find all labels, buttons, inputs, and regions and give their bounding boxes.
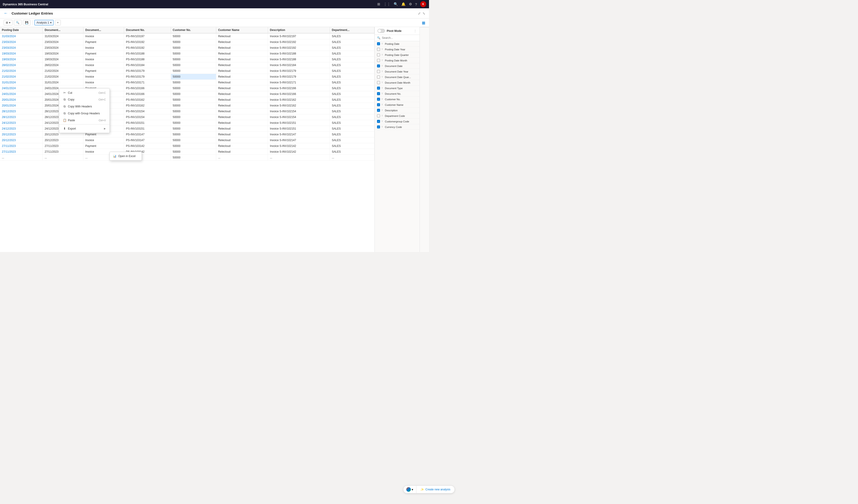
table-cell[interactable]: Relecloud	[216, 33, 268, 39]
date-link[interactable]: 23/03/2024	[2, 46, 16, 49]
table-cell[interactable]: 28/12/2023	[0, 114, 43, 120]
table-cell[interactable]: PS-INV103154	[124, 114, 171, 120]
table-cell[interactable]: Relecloud	[216, 143, 268, 149]
column-checkbox[interactable]: ✓	[377, 98, 380, 101]
col-department[interactable]: Department...	[330, 27, 375, 33]
date-link[interactable]: 20/12/2023	[2, 139, 16, 142]
apps-icon[interactable]: ⋮⋮	[383, 2, 391, 6]
vstrip-columns[interactable]: Columns	[424, 27, 429, 252]
date-link[interactable]: 24/01/2024	[2, 92, 16, 96]
table-cell[interactable]: Relecloud	[216, 120, 268, 126]
expand-icon[interactable]: ⤢	[418, 12, 421, 15]
table-cell[interactable]: Invoice	[83, 80, 124, 85]
table-cell[interactable]: SALES	[330, 33, 375, 39]
table-cell[interactable]: PS-INV103154	[124, 109, 171, 114]
table-cell[interactable]: SALES	[330, 56, 375, 62]
ctx-copy-group-headers[interactable]: ⧉ Copy with Group Headers	[59, 110, 110, 117]
table-cell[interactable]: PS-INV103184	[124, 62, 171, 68]
analysis-tab-button[interactable]: Analysis 1 ▾	[34, 20, 53, 26]
ctx-copy-headers[interactable]: ⧉ Copy With Headers	[59, 103, 110, 110]
date-link[interactable]: 19/03/2024	[2, 58, 16, 61]
table-cell[interactable]: 50000	[171, 62, 216, 68]
table-cell[interactable]: 28/02/2024	[0, 62, 43, 68]
table-cell[interactable]: 20/12/2023	[0, 132, 43, 137]
column-item[interactable]: ⠿Posting Date Month	[375, 58, 419, 63]
table-row[interactable]: 21/02/202421/02/2024InvoicePS-INV1031795…	[0, 74, 375, 80]
table-cell[interactable]: Payment	[83, 39, 124, 45]
table-cell[interactable]: Invoice S-INV102151	[268, 126, 330, 132]
column-checkbox[interactable]: ✓	[377, 92, 380, 95]
table-cell[interactable]: ...	[268, 155, 330, 161]
table-cell[interactable]: 21/02/2024	[43, 74, 83, 80]
table-cell[interactable]: SALES	[330, 91, 375, 97]
table-cell[interactable]: Invoice S-INV102192	[268, 39, 330, 45]
table-cell[interactable]: 50000	[171, 97, 216, 103]
column-checkbox[interactable]	[377, 76, 380, 79]
table-cell[interactable]: 50000	[171, 56, 216, 62]
save-button[interactable]: 💾	[23, 20, 31, 26]
table-cell[interactable]: 50000	[171, 39, 216, 45]
table-cell[interactable]: 23/03/2024	[43, 39, 83, 45]
column-checkbox[interactable]: ✓	[377, 120, 380, 123]
table-area[interactable]: Posting Date Document... Document... Doc…	[0, 27, 375, 252]
date-link[interactable]: 24/12/2023	[2, 127, 16, 130]
table-cell[interactable]: 50000	[171, 149, 216, 155]
table-cell[interactable]: PS-INV103147	[124, 137, 171, 143]
table-cell[interactable]: PS-INV103142	[124, 143, 171, 149]
table-cell[interactable]: 31/01/2024	[0, 80, 43, 85]
date-link[interactable]: 24/01/2024	[2, 87, 16, 90]
table-cell[interactable]: 31/03/2024	[43, 33, 83, 39]
table-cell[interactable]: SALES	[330, 132, 375, 137]
date-link[interactable]: 20/01/2024	[2, 98, 16, 101]
table-cell[interactable]: Invoice	[83, 74, 124, 80]
column-item[interactable]: ✓⠿Currency Code	[375, 124, 419, 130]
table-cell[interactable]: ...	[330, 155, 375, 161]
column-search-input[interactable]	[382, 36, 417, 39]
date-link[interactable]: 31/01/2024	[2, 81, 16, 84]
table-cell[interactable]: 50000	[171, 45, 216, 51]
date-link[interactable]: 28/02/2024	[2, 64, 16, 67]
table-cell[interactable]: 50000	[171, 126, 216, 132]
date-link[interactable]: 28/12/2023	[2, 110, 16, 113]
table-cell[interactable]: ...	[43, 155, 83, 161]
filter-button[interactable]: ▦	[422, 20, 425, 25]
column-item[interactable]: ✓⠿Posting Date	[375, 41, 419, 47]
col-posting-date[interactable]: Posting Date	[0, 27, 43, 33]
table-cell[interactable]: 24/12/2023	[0, 126, 43, 132]
table-cell[interactable]: Invoice S-INV102171	[268, 80, 330, 85]
table-cell[interactable]: 27/11/2023	[43, 149, 83, 155]
date-link[interactable]: 28/12/2023	[2, 115, 16, 119]
table-cell[interactable]: SALES	[330, 68, 375, 74]
view-toggle-button[interactable]: ⊞ ▾	[4, 20, 13, 26]
pivot-toggle[interactable]	[378, 29, 385, 33]
column-item[interactable]: ⠿Posting Date Quarter	[375, 52, 419, 58]
table-cell[interactable]: PS-INV103188	[124, 56, 171, 62]
table-cell[interactable]: PS-INV103192	[124, 39, 171, 45]
column-checkbox[interactable]	[377, 114, 380, 117]
column-item[interactable]: ⠿Document Date Month	[375, 80, 419, 85]
table-cell[interactable]: Invoice S-INV102147	[268, 137, 330, 143]
table-cell[interactable]: Invoice S-INV102162	[268, 103, 330, 109]
table-cell[interactable]: 50000	[171, 109, 216, 114]
column-item[interactable]: ⠿Document Date Year	[375, 69, 419, 75]
avatar[interactable]: K	[420, 1, 426, 7]
date-link[interactable]: 27/11/2023	[2, 144, 16, 148]
table-cell[interactable]: SALES	[330, 62, 375, 68]
table-cell[interactable]: 19/03/2024	[0, 56, 43, 62]
column-checkbox[interactable]: ✓	[377, 126, 380, 128]
table-cell[interactable]: 50000	[171, 33, 216, 39]
table-cell[interactable]: 50000	[171, 155, 216, 161]
table-cell[interactable]: 50000	[171, 80, 216, 85]
table-cell[interactable]: Invoice S-INV102188	[268, 51, 330, 56]
date-link[interactable]: 21/02/2024	[2, 69, 16, 72]
table-row[interactable]: 19/03/202419/03/2024InvoicePS-INV1031885…	[0, 56, 375, 62]
table-cell[interactable]: PS-INV103166	[124, 91, 171, 97]
column-item[interactable]: ✓⠿Customer Name	[375, 102, 419, 108]
table-cell[interactable]: SALES	[330, 103, 375, 109]
table-cell[interactable]: 23/03/2024	[43, 45, 83, 51]
table-cell[interactable]: SALES	[330, 80, 375, 85]
table-cell[interactable]: 50000	[171, 68, 216, 74]
table-cell[interactable]: Invoice S-INV102147	[268, 132, 330, 137]
table-cell[interactable]: Relecloud	[216, 114, 268, 120]
date-link[interactable]: 21/02/2024	[2, 75, 16, 78]
